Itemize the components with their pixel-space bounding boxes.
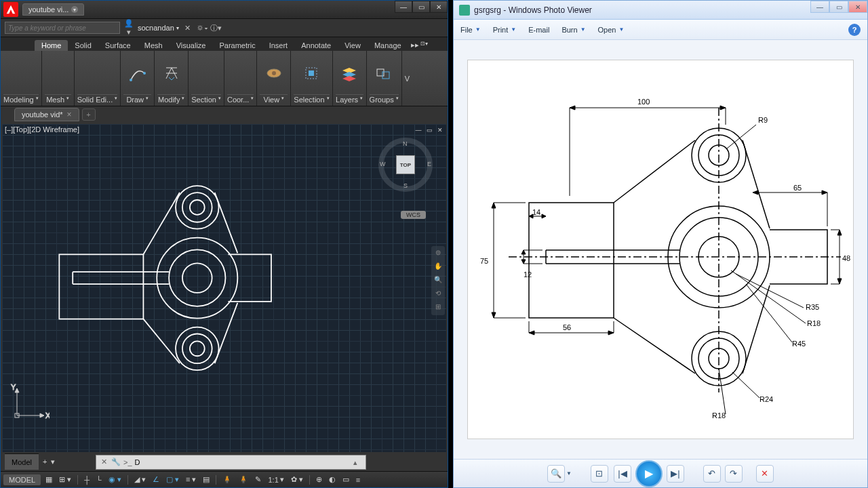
- status-model[interactable]: MODEL: [3, 474, 41, 485]
- minimize-button[interactable]: —: [395, 1, 412, 13]
- delete-button[interactable]: ✕: [756, 465, 774, 483]
- maximize-button[interactable]: ▭: [412, 1, 430, 13]
- doc-tab[interactable]: youtube vid* ×: [14, 108, 79, 121]
- panel-mesh[interactable]: Mesh: [46, 96, 64, 104]
- next-button[interactable]: ▶|: [667, 465, 684, 483]
- pv-help-button[interactable]: ?: [848, 24, 861, 36]
- command-line[interactable]: ✕ 🔧 >_ ▴: [96, 455, 366, 470]
- panel-groups[interactable]: Groups: [370, 96, 394, 104]
- pv-close-button[interactable]: ✕: [848, 1, 867, 13]
- help-icon[interactable]: ⓘ▾: [210, 23, 220, 33]
- viewcube-south[interactable]: S: [403, 182, 408, 189]
- cmd-expand-icon[interactable]: ▴: [353, 458, 363, 467]
- panel-modeling[interactable]: Modeling: [3, 96, 34, 104]
- menu-email[interactable]: E-mail: [528, 26, 549, 34]
- menu-open[interactable]: Open▼: [598, 26, 625, 34]
- status-grid-icon[interactable]: ▦: [43, 475, 54, 484]
- status-clean-icon[interactable]: ▭: [340, 475, 351, 484]
- panel-solidedit[interactable]: Solid Edi...: [77, 96, 113, 104]
- panel-coord[interactable]: Coor...: [227, 96, 249, 104]
- nav-show-icon[interactable]: ⊞: [433, 303, 443, 312]
- vp-minimize-icon[interactable]: —: [414, 125, 423, 135]
- view-button[interactable]: [263, 62, 285, 84]
- qat-doc-title[interactable]: youtube vi... ▾: [22, 3, 84, 16]
- fit-button[interactable]: ⊡: [591, 465, 608, 483]
- rotate-ccw-button[interactable]: ↶: [703, 465, 721, 483]
- menu-burn[interactable]: Burn▼: [561, 26, 585, 34]
- command-input[interactable]: [135, 458, 351, 466]
- pv-minimize-button[interactable]: —: [810, 1, 829, 13]
- layout-add-icon[interactable]: +: [40, 458, 50, 466]
- panel-layers[interactable]: Layers: [336, 96, 358, 104]
- rotate-cw-button[interactable]: ↷: [725, 465, 743, 483]
- panel-modify[interactable]: Modify: [158, 96, 180, 104]
- tab-solid[interactable]: Solid: [68, 40, 98, 51]
- tab-more-icon[interactable]: ▸▸ ⊡▾: [408, 39, 431, 51]
- nav-orbit-icon[interactable]: ⟲: [433, 289, 443, 299]
- selection-button[interactable]: [300, 62, 322, 84]
- vp-close-icon[interactable]: ✕: [435, 125, 445, 135]
- search-input[interactable]: [5, 22, 120, 34]
- viewport-label[interactable]: [–][Top][2D Wireframe]: [5, 125, 79, 134]
- nav-wheel-icon[interactable]: ⊚: [433, 249, 443, 258]
- doc-tab-close-icon[interactable]: ×: [67, 110, 72, 119]
- viewcube-north[interactable]: N: [403, 140, 408, 147]
- status-polar-icon[interactable]: ◉ ▾: [106, 475, 123, 484]
- modify-button[interactable]: [161, 62, 182, 84]
- prev-button[interactable]: |◀: [614, 465, 631, 483]
- tab-surface[interactable]: Surface: [98, 40, 138, 51]
- cmd-recent-icon[interactable]: 🔧: [111, 458, 121, 467]
- tab-manage[interactable]: Manage: [368, 40, 408, 51]
- status-lwt-icon[interactable]: ≡ ▾: [184, 475, 198, 484]
- groups-button[interactable]: [373, 62, 395, 84]
- status-3dosnap-icon[interactable]: 🧍: [237, 475, 250, 484]
- menu-file[interactable]: File▼: [460, 26, 481, 34]
- status-hw-icon[interactable]: ◐: [327, 475, 338, 484]
- panel-section[interactable]: Section: [191, 96, 216, 104]
- tab-mesh[interactable]: Mesh: [138, 40, 170, 51]
- status-gear-icon[interactable]: ✿ ▾: [289, 475, 305, 484]
- tab-view[interactable]: View: [338, 40, 368, 51]
- ucs-icon[interactable]: YX: [9, 383, 50, 425]
- status-custom-icon[interactable]: ≡: [354, 476, 362, 484]
- viewcube-face[interactable]: TOP: [396, 155, 415, 174]
- tab-annotate[interactable]: Annotate: [294, 40, 338, 51]
- status-ortho-icon[interactable]: └: [94, 476, 104, 484]
- status-infer-icon[interactable]: ┼: [82, 476, 92, 484]
- status-cycle-icon[interactable]: 🧍: [220, 475, 234, 484]
- viewcube-west[interactable]: W: [380, 161, 386, 167]
- zoom-dropdown-icon[interactable]: ▼: [566, 470, 572, 476]
- status-osnap-icon[interactable]: ∠: [151, 475, 161, 484]
- tab-parametric[interactable]: Parametric: [212, 40, 262, 51]
- viewcube[interactable]: TOP N S E W: [378, 138, 433, 192]
- tab-home[interactable]: Home: [35, 40, 68, 51]
- status-scale[interactable]: 1:1 ▾: [266, 475, 285, 484]
- status-dyn-icon[interactable]: ✎: [253, 475, 263, 484]
- pv-maximize-button[interactable]: ▭: [829, 1, 848, 13]
- close-button[interactable]: ✕: [430, 1, 448, 13]
- slideshow-button[interactable]: ▶: [635, 460, 663, 487]
- status-otrack-icon[interactable]: ▢ ▾: [164, 475, 181, 484]
- cmd-close-icon[interactable]: ✕: [99, 458, 108, 467]
- menu-print[interactable]: Print▼: [493, 26, 517, 34]
- tab-visualize[interactable]: Visualize: [170, 40, 213, 51]
- tab-insert[interactable]: Insert: [262, 40, 295, 51]
- status-iso-icon[interactable]: ◢ ▾: [132, 475, 148, 484]
- status-trans-icon[interactable]: ▤: [201, 475, 212, 484]
- panel-view[interactable]: View: [264, 96, 280, 104]
- zoom-out-button[interactable]: 🔍: [547, 465, 565, 483]
- a360-icon[interactable]: ⛭▾: [197, 24, 206, 32]
- panel-selection[interactable]: Selection: [294, 96, 324, 104]
- layout-menu-icon[interactable]: ▾: [51, 458, 55, 466]
- signin-icon[interactable]: 👤▾: [124, 19, 134, 37]
- nav-zoom-icon[interactable]: 🔍: [433, 276, 443, 285]
- new-doc-button[interactable]: +: [82, 108, 96, 121]
- drawing-viewport[interactable]: [–][Top][2D Wireframe] — ▭ ✕ TOP N S E W…: [2, 124, 446, 452]
- exchange-icon[interactable]: ✕: [183, 24, 193, 33]
- vp-maximize-icon[interactable]: ▭: [425, 125, 434, 135]
- panel-draw[interactable]: Draw: [126, 96, 144, 104]
- draw-line-button[interactable]: [127, 62, 149, 84]
- status-snap-icon[interactable]: ⊞ ▾: [57, 475, 73, 484]
- model-tab[interactable]: Model: [5, 453, 39, 470]
- status-anno-icon[interactable]: ⊕: [314, 475, 324, 484]
